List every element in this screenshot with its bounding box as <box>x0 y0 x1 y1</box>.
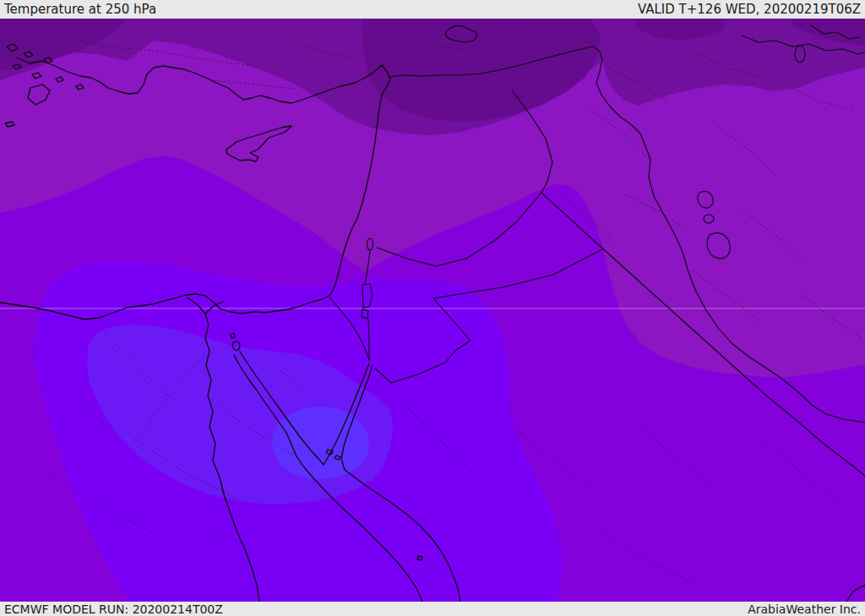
header-bar: Temperature at 250 hPa VALID T+126 WED, … <box>0 0 865 19</box>
temp-band-lightest <box>272 406 369 480</box>
model-run-label: ECMWF MODEL RUN: 20200214T00Z <box>4 603 223 615</box>
footer-bar: ECMWF MODEL RUN: 20200214T00Z ArabiaWeat… <box>0 602 865 616</box>
map-title: Temperature at 250 hPa <box>4 3 156 16</box>
valid-time-label: VALID T+126 WED, 20200219T06Z <box>638 3 861 16</box>
temperature-map <box>0 19 865 602</box>
credit-label: ArabiaWeather Inc. <box>748 603 861 615</box>
